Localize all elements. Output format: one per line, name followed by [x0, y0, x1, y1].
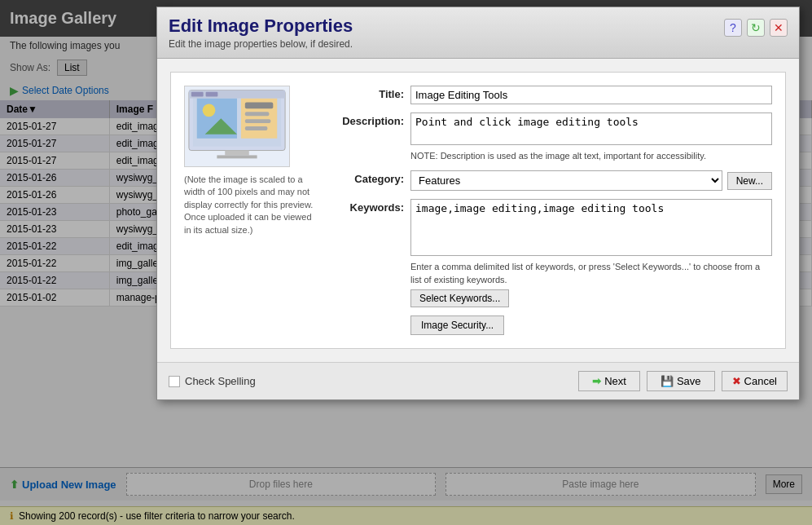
title-field	[410, 86, 772, 104]
description-label: Description:	[331, 112, 404, 127]
svg-rect-15	[217, 155, 257, 158]
refresh-button[interactable]: ↻	[747, 19, 765, 37]
svg-point-4	[203, 104, 216, 117]
modal-header: Edit Image Properties Edit the image pro…	[157, 7, 799, 59]
image-preview-section: (Note the image is scaled to a width of …	[184, 86, 314, 335]
modal-body: (Note the image is scaled to a width of …	[157, 59, 799, 362]
description-input[interactable]: Point and click image editing tools	[410, 112, 772, 145]
svg-rect-8	[245, 112, 270, 116]
modal-subtitle: Edit the image properties below, if desi…	[169, 38, 724, 50]
svg-rect-14	[225, 151, 249, 156]
image-preview-box	[184, 86, 290, 167]
description-field: Point and click image editing tools NOTE…	[410, 112, 772, 162]
svg-rect-9	[245, 119, 271, 123]
modal-header-icons: ? ↻ ✕	[724, 19, 788, 37]
title-label: Title:	[331, 86, 404, 100]
keywords-input[interactable]: image,image editing,image editing tools	[410, 199, 772, 256]
check-spelling-label: Check Spelling	[185, 375, 256, 387]
keywords-label: Keywords:	[331, 199, 404, 214]
edit-image-modal: Edit Image Properties Edit the image pro…	[156, 7, 800, 400]
image-security-section: Image Security...	[410, 315, 772, 335]
category-row: Category: Feature Images Features Genera…	[331, 170, 772, 191]
footer-left: Check Spelling	[169, 375, 256, 387]
next-button[interactable]: ➡ Next	[578, 371, 640, 391]
cancel-label: Cancel	[744, 375, 777, 387]
category-select[interactable]: Feature Images Features General Products	[410, 170, 722, 191]
check-spelling-checkbox[interactable]	[169, 376, 180, 387]
modal-footer: Check Spelling ➡ Next 💾 Save ✖ Cancel	[157, 362, 799, 399]
help-button[interactable]: ?	[724, 19, 742, 37]
image-note: (Note the image is scaled to a width of …	[184, 174, 314, 236]
form-section: Title: Description: Point and click imag…	[331, 86, 772, 335]
cancel-button[interactable]: ✖ Cancel	[722, 371, 788, 391]
next-arrow-icon: ➡	[592, 375, 601, 387]
save-icon: 💾	[661, 375, 674, 387]
preview-image	[185, 86, 289, 167]
svg-rect-7	[245, 102, 273, 108]
description-note: NOTE: Description is used as the image a…	[410, 150, 772, 162]
title-input[interactable]	[410, 86, 772, 104]
title-row: Title:	[331, 86, 772, 104]
svg-rect-13	[206, 92, 218, 97]
cancel-icon: ✖	[732, 375, 741, 387]
close-button[interactable]: ✕	[770, 19, 788, 37]
modal-content-area: (Note the image is scaled to a width of …	[170, 72, 786, 349]
image-security-button[interactable]: Image Security...	[410, 315, 504, 335]
next-label: Next	[604, 375, 626, 387]
modal-title-section: Edit Image Properties Edit the image pro…	[169, 15, 724, 50]
keywords-field: image,image editing,image editing tools …	[410, 199, 772, 307]
keywords-row: Keywords: image,image editing,image edit…	[331, 199, 772, 307]
footer-right: ➡ Next 💾 Save ✖ Cancel	[578, 371, 788, 391]
svg-rect-10	[245, 126, 268, 130]
keywords-note: Enter a comma delimited list of keywords…	[410, 261, 772, 286]
save-label: Save	[677, 375, 701, 387]
svg-rect-12	[191, 92, 204, 97]
category-field: Feature Images Features General Products…	[410, 170, 772, 191]
save-button[interactable]: 💾 Save	[647, 371, 715, 391]
select-keywords-button[interactable]: Select Keywords...	[410, 289, 509, 307]
new-category-button[interactable]: New...	[727, 172, 772, 190]
category-label: Category:	[331, 170, 404, 185]
modal-title: Edit Image Properties	[169, 15, 724, 37]
description-row: Description: Point and click image editi…	[331, 112, 772, 162]
